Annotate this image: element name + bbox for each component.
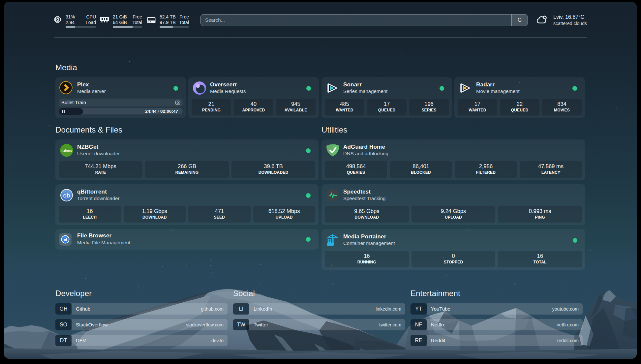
svg-text:qb: qb bbox=[63, 192, 70, 199]
svg-text:nzbget: nzbget bbox=[61, 149, 72, 152]
